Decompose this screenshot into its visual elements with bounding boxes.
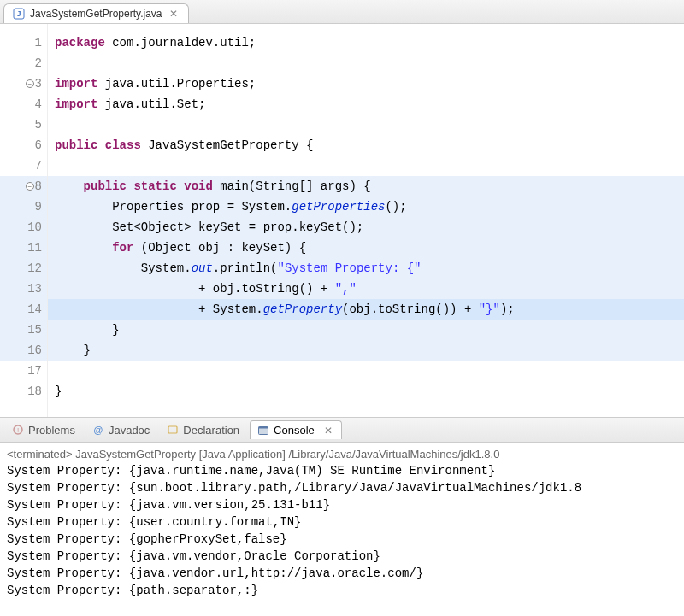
- java-file-icon: J: [13, 8, 25, 20]
- console-line: System Property: {path.separator,:}: [7, 582, 677, 599]
- line-number: 17: [0, 361, 47, 381]
- line-number: 3−: [0, 73, 47, 94]
- code-line[interactable]: import java.util.Set;: [48, 94, 684, 114]
- terminated-label: <terminated>: [7, 448, 73, 461]
- line-number: 7: [0, 155, 47, 176]
- fold-marker-icon[interactable]: −: [26, 182, 34, 191]
- editor-tab-label: JavaSystemGetProperty.java: [30, 8, 162, 20]
- console-line: System Property: {java.vm.version,25.131…: [7, 496, 677, 513]
- code-token: "}": [479, 302, 500, 316]
- line-number: 9: [0, 197, 47, 217]
- code-token: public class: [55, 138, 148, 152]
- code-token: getProperty: [263, 302, 342, 316]
- bottom-tab-bar: ! Problems @ Javadoc Declaration Console…: [0, 417, 684, 443]
- svg-text:J: J: [16, 9, 21, 18]
- code-line[interactable]: public class JavaSystemGetProperty {: [48, 135, 684, 155]
- console-launch-label: JavaSystemGetProperty [Java Application]…: [73, 448, 500, 461]
- code-line[interactable]: }: [48, 381, 684, 402]
- tab-label: Problems: [28, 424, 75, 437]
- line-number: 14: [0, 299, 47, 320]
- line-number: 4: [0, 94, 47, 114]
- code-token: [55, 241, 112, 255]
- code-content[interactable]: package com.journaldev.util;import java.…: [48, 24, 684, 417]
- code-token: (obj.toString()) +: [342, 302, 479, 316]
- line-number: 12: [0, 258, 47, 279]
- close-icon[interactable]: ✕: [322, 425, 334, 437]
- tab-label: Javadoc: [109, 424, 150, 437]
- console-line: System Property: {gopherProxySet,false}: [7, 531, 677, 548]
- console-line: System Property: {java.vendor.url,http:/…: [7, 565, 677, 582]
- line-number: 16: [0, 340, 47, 361]
- svg-text:!: !: [17, 426, 19, 434]
- fold-marker-icon[interactable]: −: [26, 79, 34, 88]
- editor-area[interactable]: 123−45678−9101112131415161718 package co…: [0, 24, 684, 417]
- code-line[interactable]: [48, 114, 684, 135]
- code-line[interactable]: Set<Object> keySet = prop.keySet();: [48, 217, 684, 238]
- code-token: getProperties: [292, 200, 385, 214]
- code-token: );: [500, 302, 515, 316]
- code-line[interactable]: package com.journaldev.util;: [48, 32, 684, 53]
- code-token: ",": [335, 282, 357, 296]
- code-line[interactable]: Properties prop = System.getProperties()…: [48, 197, 684, 217]
- line-number: 18: [0, 381, 47, 402]
- code-token: + obj.toString() +: [55, 282, 335, 296]
- code-token: ();: [385, 200, 406, 214]
- code-token: Properties prop = System.: [55, 200, 292, 214]
- line-number: 8−: [0, 176, 47, 197]
- tab-label: Console: [274, 424, 315, 437]
- code-line[interactable]: public static void main(String[] args) {: [48, 176, 684, 197]
- line-number: 11: [0, 238, 47, 258]
- code-token: System.: [55, 261, 192, 275]
- code-line[interactable]: }: [48, 340, 684, 361]
- code-token: "System Property: {": [277, 261, 421, 275]
- code-token: package: [55, 36, 112, 50]
- code-line[interactable]: [48, 155, 684, 176]
- console-line: System Property: {sun.boot.library.path,…: [7, 479, 677, 496]
- code-line[interactable]: }: [48, 320, 684, 340]
- code-token: java.util.Properties;: [105, 77, 256, 91]
- console-icon: [257, 425, 269, 437]
- close-icon[interactable]: ✕: [168, 8, 180, 20]
- editor-tab-bar: J JavaSystemGetProperty.java ✕: [0, 0, 684, 24]
- line-number: 13: [0, 279, 47, 299]
- line-number: 10: [0, 217, 47, 238]
- tab-javadoc[interactable]: @ Javadoc: [86, 421, 156, 439]
- code-token: JavaSystemGetProperty {: [148, 138, 313, 152]
- code-token: (Object obj : keySet) {: [141, 241, 306, 255]
- problems-icon: !: [12, 424, 24, 436]
- line-number: 2: [0, 53, 47, 73]
- code-token: [55, 179, 84, 193]
- code-line[interactable]: [48, 361, 684, 381]
- code-line[interactable]: import java.util.Properties;: [48, 73, 684, 94]
- console-line: System Property: {java.runtime.name,Java…: [7, 462, 677, 479]
- code-line[interactable]: [48, 53, 684, 73]
- editor-tab[interactable]: J JavaSystemGetProperty.java ✕: [3, 3, 189, 23]
- svg-rect-4: [168, 426, 177, 433]
- tab-problems[interactable]: ! Problems: [5, 421, 82, 439]
- code-token: .println(: [213, 261, 278, 275]
- code-token: }: [55, 384, 62, 398]
- line-number-gutter: 123−45678−9101112131415161718: [0, 24, 48, 417]
- code-token: + System.: [55, 302, 263, 316]
- line-number: 6: [0, 135, 47, 155]
- line-number: 1: [0, 32, 47, 53]
- tab-console[interactable]: Console ✕: [250, 420, 342, 439]
- code-line[interactable]: + obj.toString() + ",": [48, 279, 684, 299]
- tab-declaration[interactable]: Declaration: [160, 421, 246, 439]
- code-token: out: [192, 261, 213, 275]
- javadoc-icon: @: [92, 424, 104, 436]
- code-token: }: [55, 323, 120, 337]
- code-token: com.journaldev.util;: [112, 36, 256, 50]
- code-line[interactable]: System.out.println("System Property: {": [48, 258, 684, 279]
- console-line: System Property: {java.vm.vendor,Oracle …: [7, 548, 677, 565]
- code-token: import: [55, 97, 105, 111]
- console-output[interactable]: System Property: {java.runtime.name,Java…: [0, 462, 684, 599]
- svg-rect-6: [259, 426, 268, 428]
- code-token: import: [55, 77, 105, 91]
- code-line[interactable]: for (Object obj : keySet) {: [48, 238, 684, 258]
- declaration-icon: [167, 424, 179, 436]
- code-token: for: [112, 241, 141, 255]
- code-token: }: [55, 343, 91, 357]
- code-line[interactable]: + System.getProperty(obj.toString()) + "…: [48, 299, 684, 320]
- code-token: main(String[] args) {: [220, 179, 370, 193]
